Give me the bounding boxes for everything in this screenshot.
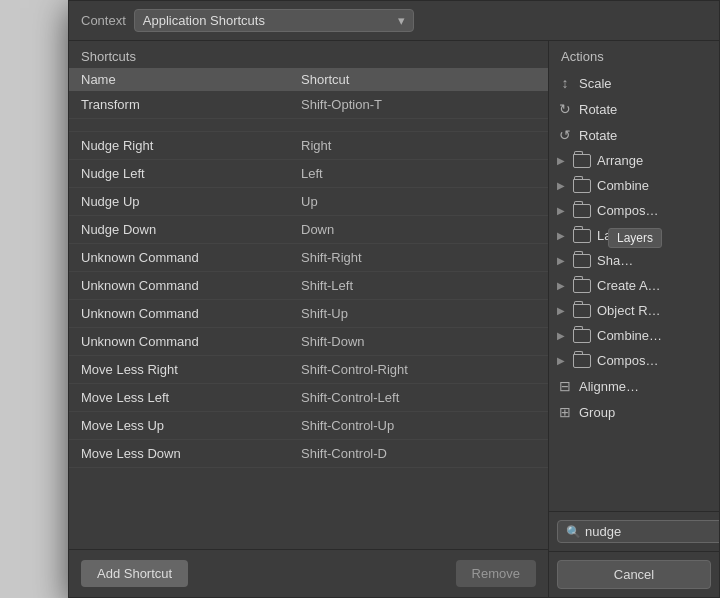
table-row[interactable]: Unknown Command Shift-Right — [69, 244, 548, 272]
action-item[interactable]: ▶ Object R… — [549, 298, 719, 323]
context-dropdown[interactable]: Application Shortcuts ▾ — [134, 9, 414, 32]
shortcuts-rows-container: Transform Shift-Option-T Nudge Right Rig… — [69, 91, 548, 468]
table-row[interactable]: Move Less Left Shift-Control-Left — [69, 384, 548, 412]
shortcuts-footer: Add Shortcut Remove — [69, 549, 548, 597]
action-label: Compos… — [597, 353, 658, 368]
action-label: Combine — [597, 178, 649, 193]
actions-search-bar: 🔍 — [549, 511, 719, 551]
actions-title: Actions — [549, 41, 719, 68]
expand-arrow-icon: ▶ — [557, 280, 565, 291]
row-name: Move Less Left — [81, 390, 301, 405]
table-row[interactable]: Nudge Up Up — [69, 188, 548, 216]
table-row[interactable]: Move Less Up Shift-Control-Up — [69, 412, 548, 440]
action-label: Create A… — [597, 278, 661, 293]
action-item[interactable]: ▶ Arrange — [549, 148, 719, 173]
row-name: Nudge Up — [81, 194, 301, 209]
row-shortcut: Shift-Option-T — [301, 97, 536, 112]
row-name: Nudge Left — [81, 166, 301, 181]
table-header: Name Shortcut — [69, 68, 548, 91]
expand-arrow-icon: ▶ — [557, 205, 565, 216]
row-shortcut: Shift-Up — [301, 306, 536, 321]
search-icon: 🔍 — [566, 525, 581, 539]
row-shortcut: Shift-Down — [301, 334, 536, 349]
rotate-ccw-icon: ↺ — [557, 127, 573, 143]
row-shortcut: Right — [301, 138, 536, 153]
action-item[interactable]: ↻ Rotate — [549, 96, 719, 122]
expand-arrow-icon: ▶ — [557, 255, 565, 266]
action-item[interactable]: ⊞ Group — [549, 399, 719, 425]
search-input[interactable] — [585, 524, 719, 539]
action-label: Layers R…Layers — [597, 228, 662, 243]
table-row[interactable]: Nudge Down Down — [69, 216, 548, 244]
action-label: Rotate — [579, 102, 617, 117]
actions-list[interactable]: ↕ Scale ↻ Rotate ↺ Rotate ▶ Arrange ▶ Co… — [549, 68, 719, 511]
row-name: Nudge Right — [81, 138, 301, 153]
layers-tooltip: Layers — [608, 228, 662, 248]
action-item[interactable]: ▶ Compos… — [549, 348, 719, 373]
row-name: Unknown Command — [81, 306, 301, 321]
folder-icon — [573, 304, 591, 318]
add-shortcut-button[interactable]: Add Shortcut — [81, 560, 188, 587]
modal-header: Context Application Shortcuts ▾ — [69, 1, 719, 41]
row-name: Unknown Command — [81, 278, 301, 293]
action-item[interactable]: ▶ Sha… — [549, 248, 719, 273]
action-label: Sha… — [597, 253, 633, 268]
row-shortcut: Left — [301, 166, 536, 181]
table-row[interactable]: Transform Shift-Option-T — [69, 91, 548, 119]
modal-body: Shortcuts Name Shortcut Transform Shift-… — [69, 41, 719, 597]
row-shortcut: Down — [301, 222, 536, 237]
align-icon: ⊟ — [557, 378, 573, 394]
action-label: Object R… — [597, 303, 661, 318]
action-label: Alignme… — [579, 379, 639, 394]
cancel-button[interactable]: Cancel — [557, 560, 711, 589]
table-row[interactable]: Nudge Left Left — [69, 160, 548, 188]
action-item[interactable]: ▶ Combine… — [549, 323, 719, 348]
chevron-down-icon: ▾ — [398, 13, 405, 28]
action-item[interactable]: ▶ Combine — [549, 173, 719, 198]
action-item[interactable]: ▶ Compos… — [549, 198, 719, 223]
folder-icon — [573, 154, 591, 168]
shortcuts-table[interactable]: Name Shortcut Transform Shift-Option-T N… — [69, 68, 548, 549]
action-label: Combine… — [597, 328, 662, 343]
table-row[interactable] — [69, 119, 548, 132]
table-row[interactable]: Unknown Command Shift-Left — [69, 272, 548, 300]
row-shortcut: Up — [301, 194, 536, 209]
folder-icon — [573, 254, 591, 268]
row-name: Nudge Down — [81, 222, 301, 237]
action-item[interactable]: ↺ Rotate — [549, 122, 719, 148]
table-row[interactable]: Move Less Right Shift-Control-Right — [69, 356, 548, 384]
action-label: Compos… — [597, 203, 658, 218]
folder-icon — [573, 354, 591, 368]
search-input-wrap: 🔍 — [557, 520, 719, 543]
shortcuts-title: Shortcuts — [69, 41, 548, 68]
action-label: Rotate — [579, 128, 617, 143]
folder-icon — [573, 329, 591, 343]
action-item[interactable]: ▶ Create A… — [549, 273, 719, 298]
row-name: Move Less Up — [81, 418, 301, 433]
expand-arrow-icon: ▶ — [557, 180, 565, 191]
table-row[interactable]: Nudge Right Right — [69, 132, 548, 160]
action-item[interactable]: ⊟ Alignme… — [549, 373, 719, 399]
action-label: Group — [579, 405, 615, 420]
folder-icon — [573, 204, 591, 218]
remove-shortcut-button[interactable]: Remove — [456, 560, 536, 587]
action-item[interactable]: ▶ Layers R…Layers — [549, 223, 719, 248]
column-name-header: Name — [81, 72, 301, 87]
row-name: Unknown Command — [81, 334, 301, 349]
context-label: Context — [81, 13, 126, 28]
table-row[interactable]: Move Less Down Shift-Control-D — [69, 440, 548, 468]
row-shortcut: Shift-Right — [301, 250, 536, 265]
expand-arrow-icon: ▶ — [557, 155, 565, 166]
rotate-cw-icon: ↻ — [557, 101, 573, 117]
folder-icon — [573, 229, 591, 243]
expand-arrow-icon: ▶ — [557, 355, 565, 366]
table-row[interactable]: Unknown Command Shift-Up — [69, 300, 548, 328]
shortcuts-panel: Shortcuts Name Shortcut Transform Shift-… — [69, 41, 549, 597]
expand-arrow-icon: ▶ — [557, 230, 565, 241]
grid-icon: ⊞ — [557, 404, 573, 420]
row-shortcut: Shift-Control-Up — [301, 418, 536, 433]
table-row[interactable]: Unknown Command Shift-Down — [69, 328, 548, 356]
action-item[interactable]: ↕ Scale — [549, 70, 719, 96]
row-shortcut: Shift-Control-D — [301, 446, 536, 461]
actions-footer: Cancel — [549, 551, 719, 597]
